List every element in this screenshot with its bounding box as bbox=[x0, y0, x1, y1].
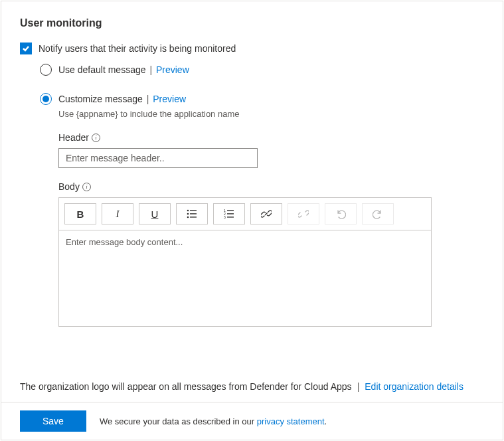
svg-rect-11 bbox=[227, 217, 234, 217]
notify-checkbox-row: Notify users that their activity is bein… bbox=[20, 43, 484, 54]
info-icon[interactable]: i bbox=[82, 183, 91, 191]
link-icon bbox=[261, 209, 272, 219]
svg-point-4 bbox=[187, 217, 189, 219]
separator: | bbox=[357, 381, 360, 392]
svg-point-2 bbox=[187, 213, 189, 215]
save-button[interactable]: Save bbox=[20, 410, 86, 432]
privacy-text: We secure your data as described in our … bbox=[100, 416, 327, 426]
info-icon[interactable]: i bbox=[92, 133, 100, 142]
notify-checkbox[interactable] bbox=[20, 43, 32, 54]
svg-text:3: 3 bbox=[224, 215, 226, 219]
separator: | bbox=[147, 94, 149, 104]
checkmark-icon bbox=[22, 44, 30, 52]
page-title: User monitoring bbox=[20, 17, 484, 29]
svg-rect-9 bbox=[227, 213, 234, 214]
unlink-icon bbox=[298, 209, 309, 219]
message-radio-group: Use default message | Preview Customize … bbox=[40, 64, 484, 327]
privacy-statement-link[interactable]: privacy statement bbox=[257, 416, 325, 426]
svg-point-0 bbox=[187, 210, 189, 212]
redo-icon bbox=[373, 209, 383, 219]
customize-message-row: Customize message | Preview bbox=[40, 93, 484, 105]
numbered-list-icon: 123 bbox=[224, 209, 234, 219]
italic-button[interactable]: I bbox=[102, 203, 133, 224]
header-label-text: Header bbox=[58, 132, 89, 143]
body-label-text: Body bbox=[58, 181, 80, 192]
unlink-button bbox=[288, 203, 319, 224]
privacy-prefix: We secure your data as described in our bbox=[100, 416, 257, 426]
notify-label: Notify users that their activity is bein… bbox=[39, 43, 236, 54]
italic-icon: I bbox=[116, 209, 120, 220]
link-button[interactable] bbox=[250, 203, 282, 224]
customize-hint: Use {appname} to include the application… bbox=[58, 109, 484, 119]
default-message-row: Use default message | Preview bbox=[40, 64, 484, 76]
default-message-label: Use default message bbox=[58, 64, 146, 75]
header-input[interactable] bbox=[58, 148, 258, 168]
svg-rect-5 bbox=[190, 217, 197, 217]
body-editor[interactable] bbox=[58, 230, 432, 327]
editor-toolbar: B I U 123 bbox=[58, 197, 432, 230]
numbered-list-button[interactable]: 123 bbox=[213, 203, 245, 224]
body-field-label: Body i bbox=[58, 181, 484, 192]
bold-button[interactable]: B bbox=[64, 203, 96, 224]
bullet-list-icon bbox=[187, 209, 197, 219]
svg-rect-7 bbox=[227, 210, 234, 211]
bold-icon: B bbox=[77, 209, 84, 220]
edit-organization-link[interactable]: Edit organization details bbox=[365, 381, 463, 392]
header-field-label: Header i bbox=[58, 132, 484, 143]
default-preview-link[interactable]: Preview bbox=[156, 64, 189, 75]
svg-rect-3 bbox=[190, 213, 197, 214]
svg-rect-1 bbox=[190, 210, 197, 211]
customize-message-label: Customize message bbox=[58, 94, 143, 104]
org-note-text: The organization logo will appear on all… bbox=[20, 381, 352, 392]
separator: | bbox=[149, 64, 152, 75]
redo-button bbox=[362, 203, 394, 224]
organization-note: The organization logo will appear on all… bbox=[20, 381, 484, 392]
radio-dot-icon bbox=[42, 96, 49, 102]
bullet-list-button[interactable] bbox=[176, 203, 208, 224]
privacy-period: . bbox=[325, 416, 327, 426]
custom-message-form: Header i Body i B I U 123 bbox=[58, 132, 484, 327]
underline-button[interactable]: U bbox=[139, 203, 171, 224]
user-monitoring-panel: User monitoring Notify users that their … bbox=[1, 1, 503, 440]
customize-message-radio[interactable] bbox=[40, 93, 52, 105]
undo-icon bbox=[335, 209, 346, 219]
underline-icon: U bbox=[151, 209, 159, 220]
default-message-radio[interactable] bbox=[40, 64, 52, 76]
customize-preview-link[interactable]: Preview bbox=[153, 94, 186, 104]
footer-bar: Save We secure your data as described in… bbox=[1, 402, 503, 440]
undo-button bbox=[325, 203, 357, 224]
